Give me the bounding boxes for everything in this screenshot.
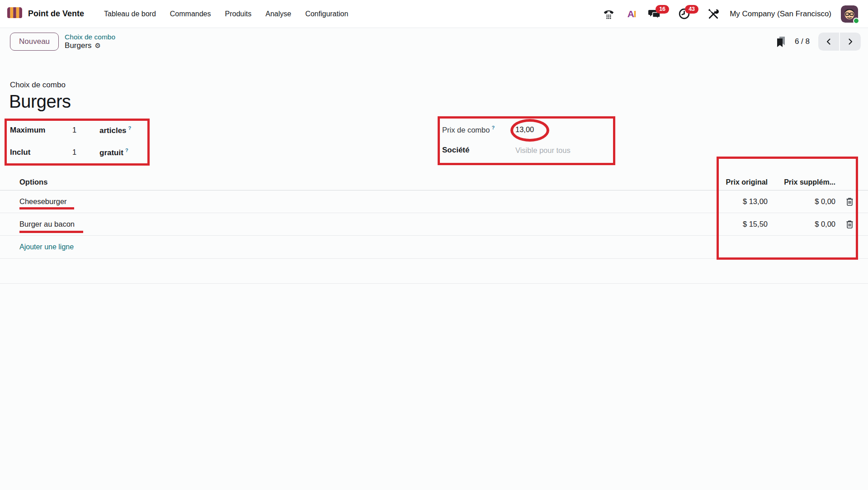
voip-phone-icon[interactable] (602, 7, 615, 21)
control-panel: Nouveau Choix de combo Burgers ⚙ 6 / 8 (0, 28, 868, 55)
row-price-extra[interactable]: $ 0,00 (768, 197, 835, 206)
form-sheet: Choix de combo Burgers Maximum 1 article… (0, 55, 868, 284)
new-button[interactable]: Nouveau (10, 33, 59, 51)
row-product-name[interactable]: Cheeseburger (10, 197, 695, 206)
options-table: Options Prix original Prix supplém... Ch… (0, 174, 868, 284)
pager: 6 / 8 (776, 33, 861, 51)
included-label: Inclut (10, 148, 72, 157)
row-price-original[interactable]: $ 13,00 (695, 197, 768, 206)
maximum-label: Maximum (10, 126, 72, 135)
menu-item-products[interactable]: Produits (225, 10, 252, 18)
column-header-options: Options (10, 178, 695, 186)
included-help-icon[interactable]: ? (125, 147, 128, 153)
user-avatar[interactable] (841, 5, 858, 23)
breadcrumb-current-label: Burgers (65, 41, 92, 50)
navbar-left: Point de Vente Tableau de bord Commandes… (7, 7, 348, 21)
field-groups: Maximum 1 articles? Inclut 1 gratuit? Pr… (0, 119, 868, 164)
menu-item-orders[interactable]: Commandes (170, 10, 211, 18)
main-menu: Tableau de bord Commandes Produits Analy… (104, 10, 348, 18)
breadcrumb-parent-link[interactable]: Choix de combo (65, 33, 115, 42)
menu-item-dashboard[interactable]: Tableau de bord (104, 10, 156, 18)
field-company: Société Visible pour tous (442, 140, 571, 161)
maximum-help-icon[interactable]: ? (128, 125, 132, 131)
online-status-dot (853, 18, 859, 24)
company-switcher[interactable]: My Company (San Francisco) (730, 10, 831, 19)
app-name[interactable]: Point de Vente (28, 9, 84, 19)
top-navbar: Point de Vente Tableau de bord Commandes… (0, 0, 868, 28)
delete-row-button[interactable] (845, 219, 854, 229)
gear-icon[interactable]: ⚙ (95, 42, 101, 50)
column-header-price-original: Prix original (695, 178, 768, 186)
field-group-left: Maximum 1 articles? Inclut 1 gratuit? (10, 119, 131, 163)
pager-next-button[interactable] (840, 33, 861, 51)
messages-badge: 16 (656, 5, 669, 14)
breadcrumb-current: Burgers ⚙ (65, 41, 115, 50)
add-line-link[interactable]: Ajouter une ligne (10, 243, 695, 251)
table-add-row: Ajouter une ligne (0, 236, 868, 259)
breadcrumb: Choix de combo Burgers ⚙ (65, 33, 115, 51)
row-price-extra[interactable]: $ 0,00 (768, 220, 835, 228)
company-label: Société (442, 146, 515, 155)
activities-badge: 43 (685, 5, 698, 14)
included-suffix: gratuit? (99, 147, 128, 157)
tools-icon[interactable] (707, 7, 720, 21)
included-input[interactable]: 1 (72, 148, 99, 157)
table-row: Cheeseburger $ 13,00 $ 0,00 (0, 190, 868, 213)
company-input-placeholder[interactable]: Visible pour tous (515, 146, 571, 155)
activities-clock-icon[interactable]: 43 (677, 7, 691, 21)
maximum-input[interactable]: 1 (72, 126, 99, 134)
field-maximum: Maximum 1 articles? (10, 119, 131, 141)
combo-price-label: Prix de combo? (442, 125, 515, 134)
maximum-suffix: articles? (99, 125, 131, 135)
combo-price-input[interactable]: 13,00 (515, 125, 534, 134)
pager-count: 6 / 8 (795, 37, 810, 46)
delete-row-button[interactable] (845, 196, 854, 207)
field-combo-price: Prix de combo? 13,00 (442, 119, 571, 140)
table-bottom-spacer (0, 259, 868, 284)
form-subtitle: Choix de combo (0, 81, 868, 90)
column-header-price-extra: Prix supplém... (768, 178, 835, 186)
table-row: Burger au bacon $ 15,50 $ 0,00 (0, 213, 868, 236)
field-group-right: Prix de combo? 13,00 Société Visible pou… (442, 119, 571, 161)
pager-previous-button[interactable] (818, 33, 839, 51)
bookmark-icon[interactable] (776, 36, 786, 48)
page: Point de Vente Tableau de bord Commandes… (0, 0, 868, 490)
field-included: Inclut 1 gratuit? (10, 141, 131, 163)
pos-app-icon[interactable] (7, 7, 22, 21)
menu-item-reporting[interactable]: Analyse (265, 10, 291, 18)
menu-item-configuration[interactable]: Configuration (305, 10, 348, 18)
table-header-row: Options Prix original Prix supplém... (0, 174, 868, 190)
ai-icon[interactable]: AI (625, 7, 638, 21)
row-price-original[interactable]: $ 15,50 (695, 220, 768, 228)
systray: AI 16 43 (602, 5, 858, 23)
messages-icon[interactable]: 16 (648, 7, 661, 21)
record-title[interactable]: Burgers (0, 91, 868, 112)
row-product-name[interactable]: Burger au bacon (10, 220, 695, 228)
pager-buttons (818, 33, 861, 51)
combo-price-help-icon[interactable]: ? (491, 125, 495, 130)
